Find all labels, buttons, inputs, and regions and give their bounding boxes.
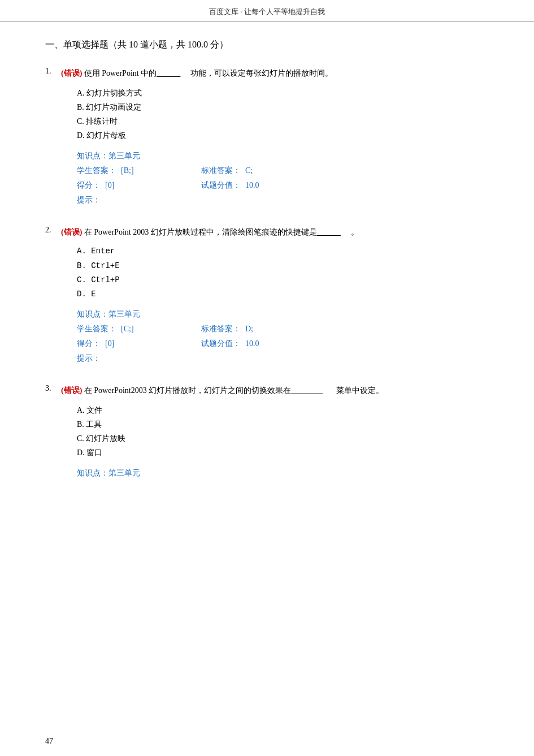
question-text-before-2: 在 PowerPoint 2003 幻灯片放映过程中，清除绘图笔痕迹的快捷键是 — [84, 228, 317, 236]
question-score-label-1: 试题分值： — [201, 180, 241, 191]
score-label-2: 得分： — [77, 339, 101, 349]
student-answer-label-2: 学生答案： — [77, 324, 116, 334]
question-block-2: 2. (错误) 在 PowerPoint 2003 幻灯片放映过程中，清除绘图笔… — [45, 226, 489, 364]
score-label-1: 得分： — [77, 180, 101, 191]
standard-answer-label-1: 标准答案： — [201, 166, 241, 176]
question-score-label-2: 试题分值： — [201, 339, 241, 349]
option-2a: A. Enter — [77, 244, 489, 258]
option-1c: C. 排练计时 — [77, 114, 489, 128]
student-answer-col-2: 学生答案： [C;] — [77, 324, 201, 334]
question-text-after-2: 。 — [351, 228, 359, 236]
knowledge-point-3: 知识点：第三单元 — [77, 468, 489, 478]
standard-answer-col-1: 标准答案： C; — [201, 166, 325, 176]
question-number-2: 2. — [45, 226, 61, 235]
question-header-3: 3. (错误) 在 PowerPoint2003 幻灯片播放时，幻灯片之间的切换… — [45, 384, 489, 398]
question-blank-3: ________ — [291, 384, 336, 398]
question-number-1: 1. — [45, 67, 61, 76]
question-block-3: 3. (错误) 在 PowerPoint2003 幻灯片播放时，幻灯片之间的切换… — [45, 384, 489, 478]
question-options-3: A. 文件 B. 工具 C. 幻灯片放映 D. 窗口 — [77, 403, 489, 460]
score-col-2: 得分： [0] — [77, 339, 201, 349]
score-value-1: [0] — [105, 181, 114, 190]
question-text-2: (错误) 在 PowerPoint 2003 幻灯片放映过程中，清除绘图笔痕迹的… — [61, 226, 489, 239]
student-answer-col-1: 学生答案： [B;] — [77, 166, 201, 176]
student-answer-value-1: [B;] — [121, 166, 134, 175]
option-3c: C. 幻灯片放映 — [77, 431, 489, 446]
score-row-2: 得分： [0] 试题分值： 10.0 — [77, 339, 489, 349]
student-answer-label-1: 学生答案： — [77, 166, 116, 176]
standard-answer-value-1: C; — [245, 166, 253, 175]
option-1b: B. 幻灯片动画设定 — [77, 100, 489, 114]
question-text-after-3: 菜单中设定。 — [336, 386, 384, 395]
question-text-1: (错误) 使用 PowerPoint 中的______功能，可以设定每张幻灯片的… — [61, 67, 489, 80]
standard-answer-value-2: D; — [245, 325, 253, 334]
question-text-after-1: 功能，可以设定每张幻灯片的播放时间。 — [190, 69, 333, 77]
answer-row-1: 学生答案： [B;] 标准答案： C; — [77, 166, 489, 176]
question-score-value-1: 10.0 — [245, 181, 259, 190]
question-options-2: A. Enter B. Ctrl+E C. Ctrl+P D. E — [77, 244, 489, 301]
option-1d: D. 幻灯片母板 — [77, 128, 489, 142]
option-2d: D. E — [77, 287, 489, 301]
hint-2: 提示： — [77, 353, 489, 364]
header-text: 百度文库 · 让每个人平等地提升自我 — [209, 7, 325, 16]
question-score-value-2: 10.0 — [245, 339, 259, 348]
question-text-before-1: 使用 PowerPoint 中的 — [84, 69, 157, 77]
question-blank-1: ______ — [157, 67, 190, 80]
standard-answer-col-2: 标准答案： D; — [201, 324, 325, 334]
option-2c: C. Ctrl+P — [77, 273, 489, 287]
standard-answer-label-2: 标准答案： — [201, 324, 241, 334]
answer-row-2: 学生答案： [C;] 标准答案： D; — [77, 324, 489, 334]
question-number-3: 3. — [45, 384, 61, 393]
student-answer-value-2: [C;] — [121, 325, 134, 334]
question-header-1: 1. (错误) 使用 PowerPoint 中的______功能，可以设定每张幻… — [45, 67, 489, 80]
hint-1: 提示： — [77, 195, 489, 205]
question-text-3: (错误) 在 PowerPoint2003 幻灯片播放时，幻灯片之间的切换效果在… — [61, 384, 489, 398]
score-col-1: 得分： [0] — [77, 180, 201, 191]
score-value-2: [0] — [105, 339, 114, 348]
question-text-before-3: 在 PowerPoint2003 幻灯片播放时，幻灯片之间的切换效果在 — [84, 386, 291, 395]
question-score-col-2: 试题分值： 10.0 — [201, 339, 325, 349]
question-badge-2: (错误) — [61, 228, 82, 236]
option-3a: A. 文件 — [77, 403, 489, 417]
question-score-col-1: 试题分值： 10.0 — [201, 180, 325, 191]
option-3b: B. 工具 — [77, 417, 489, 431]
option-2b: B. Ctrl+E — [77, 259, 489, 273]
page-header: 百度文库 · 让每个人平等地提升自我 — [0, 0, 534, 22]
question-options-1: A. 幻灯片切换方式 B. 幻灯片动画设定 C. 排练计时 D. 幻灯片母板 — [77, 86, 489, 143]
meta-section-3: 知识点：第三单元 — [77, 468, 489, 478]
question-badge-1: (错误) — [61, 69, 82, 77]
option-3d: D. 窗口 — [77, 446, 489, 460]
question-block-1: 1. (错误) 使用 PowerPoint 中的______功能，可以设定每张幻… — [45, 67, 489, 205]
main-content: 一、单项选择题（共 10 道小题，共 100.0 分） 1. (错误) 使用 P… — [0, 39, 534, 533]
score-row-1: 得分： [0] 试题分值： 10.0 — [77, 180, 489, 191]
knowledge-point-1: 知识点：第三单元 — [77, 151, 489, 161]
meta-section-2: 知识点：第三单元 学生答案： [C;] 标准答案： D; 得分： [0] 试题分… — [77, 309, 489, 364]
question-header-2: 2. (错误) 在 PowerPoint 2003 幻灯片放映过程中，清除绘图笔… — [45, 226, 489, 239]
knowledge-point-2: 知识点：第三单元 — [77, 309, 489, 319]
option-1a: A. 幻灯片切换方式 — [77, 86, 489, 100]
question-blank-2: ______ — [317, 226, 351, 239]
section-title: 一、单项选择题（共 10 道小题，共 100.0 分） — [45, 39, 489, 51]
page-number: 47 — [45, 737, 53, 746]
question-badge-3: (错误) — [61, 386, 82, 395]
meta-section-1: 知识点：第三单元 学生答案： [B;] 标准答案： C; 得分： [0] 试题分… — [77, 151, 489, 205]
